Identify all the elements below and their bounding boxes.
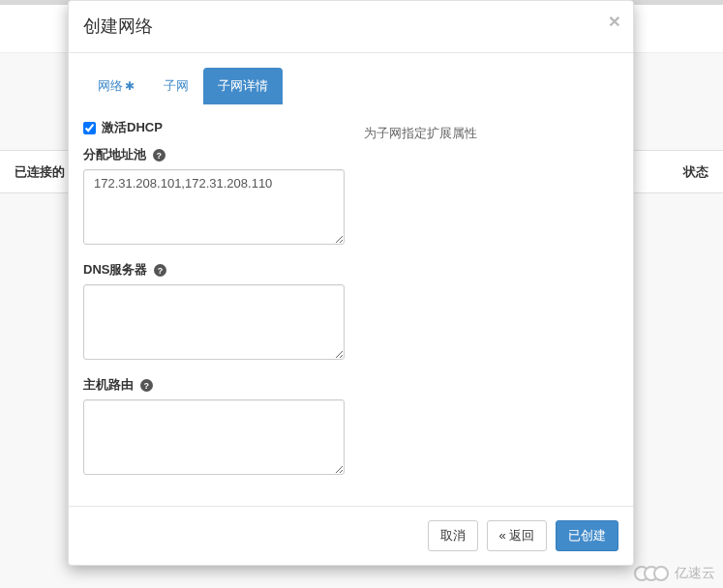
dhcp-row: 激活DHCP [83, 119, 345, 136]
form-left-column: 激活DHCP 分配地址池 ? DNS服务器 ? [83, 119, 345, 491]
bg-col-status: 状态 [683, 163, 708, 181]
required-asterisk-icon: ✱ [125, 79, 135, 93]
tab-subnet[interactable]: 子网 [149, 68, 203, 104]
form-columns: 激活DHCP 分配地址池 ? DNS服务器 ? [83, 119, 618, 491]
allocation-pools-label-text: 分配地址池 [83, 147, 146, 162]
tab-subnet-details[interactable]: 子网详情 [203, 68, 283, 104]
bg-col-connected: 已连接的 [15, 163, 65, 181]
cancel-button[interactable]: 取消 [428, 520, 478, 551]
close-icon[interactable]: × [609, 11, 620, 31]
enable-dhcp-checkbox[interactable] [83, 122, 96, 134]
tab-network[interactable]: 网络✱ [83, 68, 149, 104]
help-icon[interactable]: ? [154, 264, 166, 277]
help-icon[interactable]: ? [140, 379, 153, 392]
host-routes-label: 主机路由 ? [83, 376, 345, 394]
modal-title: 创建网络 [83, 15, 618, 39]
form-right-column: 为子网指定扩展属性 [364, 119, 618, 491]
allocation-pools-group: 分配地址池 ? [83, 146, 345, 248]
wizard-tabs: 网络✱ 子网 子网详情 [83, 68, 618, 104]
help-icon[interactable]: ? [153, 149, 166, 162]
dns-servers-label: DNS服务器 ? [83, 261, 345, 279]
modal-header: 创建网络 × [69, 1, 633, 53]
create-network-modal: 创建网络 × 网络✱ 子网 子网详情 激活DHCP 分 [68, 0, 634, 566]
modal-body: 网络✱ 子网 子网详情 激活DHCP 分配地址池 ? [69, 53, 633, 506]
subnet-description: 为子网指定扩展属性 [364, 126, 477, 140]
host-routes-label-text: 主机路由 [83, 377, 134, 392]
allocation-pools-input[interactable] [83, 169, 345, 245]
host-routes-input[interactable] [83, 399, 345, 475]
tab-subnet-label: 子网 [164, 78, 189, 93]
dns-servers-input[interactable] [83, 284, 345, 360]
watermark-logo-icon [634, 566, 669, 581]
watermark: 亿速云 [634, 565, 715, 582]
allocation-pools-label: 分配地址池 ? [83, 146, 345, 163]
back-button[interactable]: « 返回 [487, 520, 548, 551]
watermark-text: 亿速云 [675, 565, 715, 582]
dns-servers-label-text: DNS服务器 [83, 262, 147, 277]
tab-subnet-details-label: 子网详情 [218, 78, 268, 93]
enable-dhcp-label: 激活DHCP [102, 119, 163, 136]
host-routes-group: 主机路由 ? [83, 376, 345, 478]
tab-network-label: 网络 [98, 78, 123, 93]
create-button[interactable]: 已创建 [556, 520, 618, 551]
dns-servers-group: DNS服务器 ? [83, 261, 345, 363]
modal-footer: 取消 « 返回 已创建 [69, 506, 633, 565]
